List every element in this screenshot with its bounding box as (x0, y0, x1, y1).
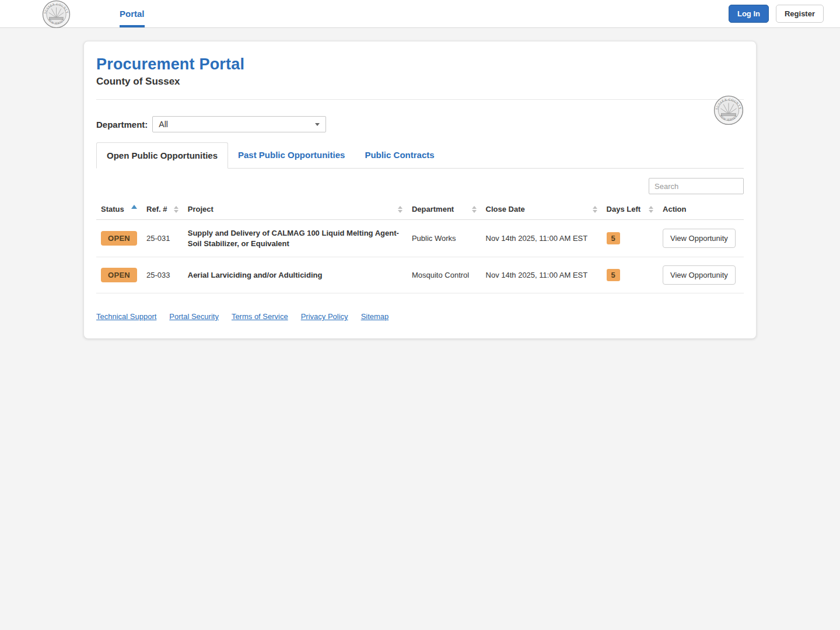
top-navbar: SUSSEX COUNTY NEW JERSEY Portal Log In R… (0, 0, 840, 28)
view-opportunity-button[interactable]: View Opportunity (663, 229, 736, 248)
opportunities-table: Status Ref. # Project (96, 201, 744, 293)
column-header-project[interactable]: Project (183, 201, 407, 220)
table-header-row: Status Ref. # Project (96, 201, 744, 220)
link-technical-support[interactable]: Technical Support (96, 312, 156, 321)
header-divider (96, 99, 744, 100)
days-left-badge: 5 (607, 232, 620, 244)
sort-icon (649, 206, 653, 213)
project-name: Aerial Larviciding and/or Adulticiding (183, 257, 407, 293)
sort-icon (593, 206, 597, 213)
table-row: OPEN 25-031 Supply and Delivery of CALMA… (96, 220, 744, 257)
sort-icon (398, 206, 402, 213)
column-header-close-date[interactable]: Close Date (481, 201, 602, 220)
chevron-down-icon (315, 123, 320, 126)
department-filter-row: Department: All (96, 116, 744, 132)
close-date: Nov 14th 2025, 11:00 AM EST (481, 220, 602, 257)
county-seal-logo: SUSSEX COUNTY NEW JERSEY (42, 0, 71, 28)
register-button[interactable]: Register (776, 5, 824, 23)
column-header-status[interactable]: Status (96, 201, 142, 220)
tab-public-contracts[interactable]: Public Contracts (355, 142, 444, 168)
days-left-badge: 5 (607, 269, 620, 281)
department-label: Department: (96, 120, 148, 130)
page-title: Procurement Portal (96, 55, 744, 74)
department-select[interactable]: All (152, 116, 326, 132)
ref-number: 25-033 (142, 257, 183, 293)
department-value: Public Works (407, 220, 481, 257)
status-badge: OPEN (101, 231, 137, 246)
ref-number: 25-031 (142, 220, 183, 257)
sort-icon (472, 206, 477, 213)
department-value: Mosquito Control (407, 257, 481, 293)
sort-ascending-icon (131, 205, 137, 209)
tab-open-public-opportunities[interactable]: Open Public Opportunities (96, 142, 228, 169)
link-sitemap[interactable]: Sitemap (361, 312, 389, 321)
procurement-portal-card: SUSSEX COUNTY NEW JERSEY Procurement Por… (83, 41, 757, 339)
column-header-action: Action (658, 201, 744, 220)
close-date: Nov 14th 2025, 11:00 AM EST (481, 257, 602, 293)
search-row (96, 178, 744, 194)
nav-portal-link[interactable]: Portal (120, 0, 145, 28)
login-button[interactable]: Log In (729, 5, 769, 23)
page-subtitle: County of Sussex (96, 76, 744, 88)
link-terms-of-service[interactable]: Terms of Service (232, 312, 288, 321)
card-footer-links: Technical Support Portal Security Terms … (96, 312, 744, 321)
search-input[interactable] (649, 178, 744, 194)
opportunities-tabs: Open Public Opportunities Past Public Op… (96, 142, 744, 169)
main-content: SUSSEX COUNTY NEW JERSEY Procurement Por… (0, 41, 840, 339)
nav-portal-label: Portal (120, 9, 145, 19)
sort-icon (174, 206, 178, 213)
view-opportunity-button[interactable]: View Opportunity (663, 265, 736, 285)
link-privacy-policy[interactable]: Privacy Policy (301, 312, 348, 321)
county-seal-logo-card: SUSSEX COUNTY NEW JERSEY (713, 95, 744, 128)
department-selected-value: All (159, 120, 168, 129)
link-portal-security[interactable]: Portal Security (169, 312, 219, 321)
project-name: Supply and Delivery of CALMAG 100 Liquid… (183, 220, 407, 257)
table-row: OPEN 25-033 Aerial Larviciding and/or Ad… (96, 257, 744, 293)
column-header-days-left[interactable]: Days Left (602, 201, 658, 220)
nav-active-indicator (120, 25, 145, 27)
column-header-ref[interactable]: Ref. # (142, 201, 183, 220)
tab-past-public-opportunities[interactable]: Past Public Opportunities (228, 142, 355, 168)
status-badge: OPEN (101, 268, 137, 282)
column-header-department[interactable]: Department (407, 201, 481, 220)
